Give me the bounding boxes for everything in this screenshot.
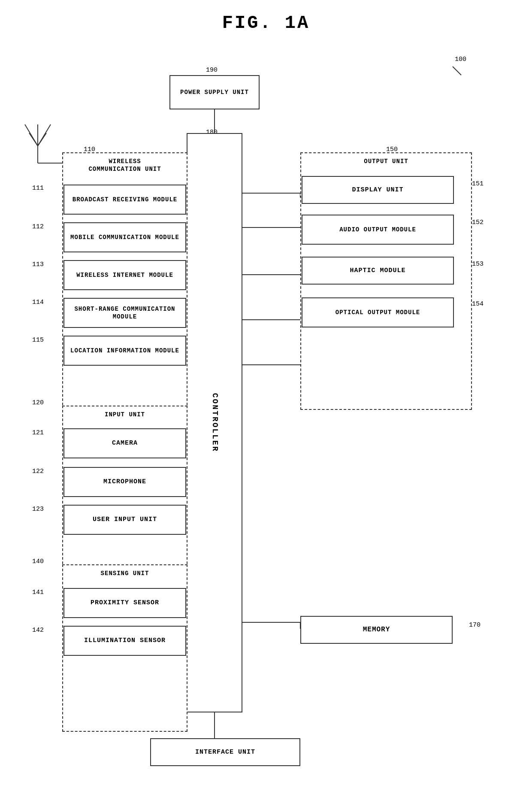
broadcast-box: BROADCAST RECEIVING MODULE xyxy=(63,185,186,215)
label-153: 153 xyxy=(472,261,484,268)
location-box: LOCATION INFORMATION MODULE xyxy=(63,336,186,366)
audio-output-box: AUDIO OUTPUT MODULE xyxy=(302,215,454,245)
microphone-box: MICROPHONE xyxy=(63,467,186,497)
interface-box: INTERFACE UNIT xyxy=(150,738,300,766)
display-unit-box: DISPLAY UNIT xyxy=(302,176,454,204)
mobile-comm-box: MOBILE COMMUNICATION MODULE xyxy=(63,222,186,252)
memory-box: MEMORY xyxy=(300,616,453,644)
label-152: 152 xyxy=(472,219,484,226)
label-154: 154 xyxy=(472,300,484,308)
user-input-box: USER INPUT UNIT xyxy=(63,505,186,535)
label-112: 112 xyxy=(32,223,44,230)
figure-title: FIG. 1A xyxy=(222,13,310,33)
label-100: 100 xyxy=(455,56,466,63)
label-115: 115 xyxy=(32,336,44,344)
wireless-internet-box: WIRELESS INTERNET MODULE xyxy=(63,260,186,290)
optical-output-box: OPTICAL OUTPUT MODULE xyxy=(302,297,454,327)
label-114: 114 xyxy=(32,299,44,306)
controller-box: CONTROLLER xyxy=(187,133,242,712)
svg-line-2 xyxy=(38,133,46,146)
label-111: 111 xyxy=(32,185,44,192)
label-123: 123 xyxy=(32,506,44,513)
svg-line-4 xyxy=(38,124,51,146)
svg-line-3 xyxy=(25,124,38,146)
svg-line-1 xyxy=(29,133,38,146)
label-122: 122 xyxy=(32,468,44,475)
label-141: 141 xyxy=(32,589,44,596)
label-142: 142 xyxy=(32,627,44,634)
illumination-sensor-box: ILLUMINATION SENSOR xyxy=(63,626,186,656)
haptic-box: HAPTIC MODULE xyxy=(302,257,454,285)
label-121: 121 xyxy=(32,429,44,436)
short-range-box: SHORT-RANGE COMMUNICATION MODULE xyxy=(63,298,186,328)
label-190: 190 xyxy=(206,67,218,74)
label-140: 140 xyxy=(32,558,44,565)
label-170: 170 xyxy=(469,621,481,629)
power-supply-box: POWER SUPPLY UNIT xyxy=(169,75,260,109)
svg-line-26 xyxy=(453,67,461,75)
diagram-container: FIG. 1A xyxy=(0,0,532,791)
proximity-sensor-box: PROXIMITY SENSOR xyxy=(63,588,186,618)
label-113: 113 xyxy=(32,261,44,268)
label-151: 151 xyxy=(472,180,484,188)
label-120: 120 xyxy=(32,399,44,406)
camera-box: CAMERA xyxy=(63,428,186,458)
